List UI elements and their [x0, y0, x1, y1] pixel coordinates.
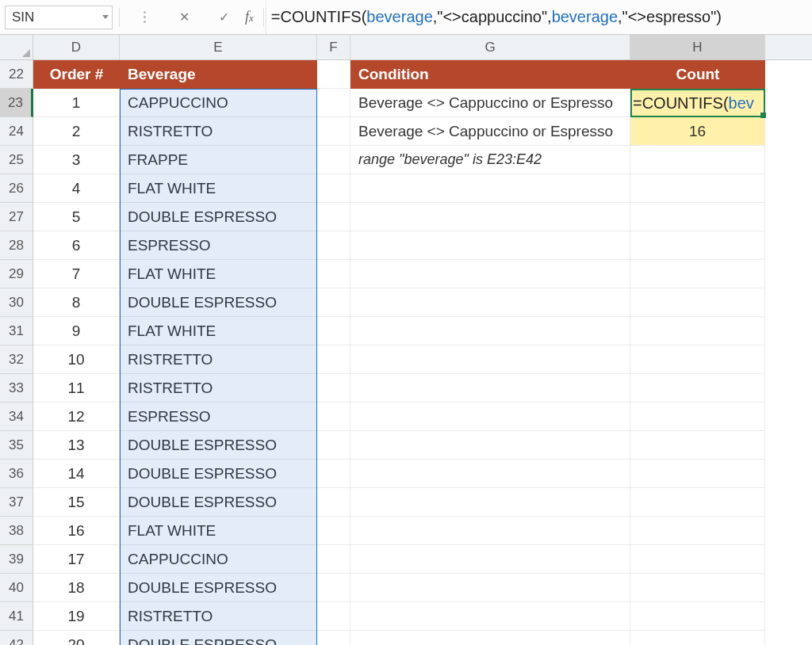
name-box[interactable]: SIN: [5, 6, 113, 29]
cancel-icon[interactable]: ✕: [164, 2, 204, 33]
cell-E23[interactable]: CAPPUCCINO: [120, 89, 317, 117]
select-all-corner[interactable]: [0, 35, 33, 59]
cell-F23[interactable]: [317, 89, 350, 117]
row-header-37[interactable]: 37: [0, 488, 33, 517]
row-header-32[interactable]: 32: [0, 345, 33, 374]
cell-D35[interactable]: 13: [33, 431, 120, 460]
table-header-row: Order # Beverage Condition Count: [33, 60, 812, 89]
name-box-dropdown-icon[interactable]: [102, 15, 109, 19]
separator: [119, 8, 120, 27]
cell-F25[interactable]: [317, 146, 350, 174]
col-header-F[interactable]: F: [317, 35, 350, 59]
cell-E40[interactable]: DOUBLE ESPRESSO: [120, 574, 317, 602]
row-header-30[interactable]: 30: [0, 288, 33, 317]
row-header-31[interactable]: 31: [0, 317, 33, 345]
cell-D36[interactable]: 14: [33, 460, 120, 488]
cell-E30[interactable]: DOUBLE ESPRESSO: [120, 288, 317, 317]
table-row: 3 FRAPPE range "beverage" is E23:E42: [33, 146, 812, 174]
cell-H26[interactable]: [630, 174, 765, 203]
cell-D38[interactable]: 16: [33, 517, 120, 545]
col-header-G[interactable]: G: [350, 35, 630, 59]
row-header-29[interactable]: 29: [0, 260, 33, 288]
cell-E28[interactable]: ESPRESSO: [120, 231, 317, 260]
cell-E36[interactable]: DOUBLE ESPRESSO: [120, 460, 317, 488]
cell-E25[interactable]: FRAPPE: [120, 146, 317, 174]
cell-E38[interactable]: FLAT WHITE: [120, 517, 317, 545]
cell-D42[interactable]: 20: [33, 631, 120, 645]
row-header-40[interactable]: 40: [0, 574, 33, 602]
col-header-H[interactable]: H: [630, 35, 765, 59]
row-header-35[interactable]: 35: [0, 431, 33, 460]
cell-G26[interactable]: [350, 174, 630, 203]
row-header-25[interactable]: 25: [0, 146, 33, 174]
fx-icon[interactable]: fx: [245, 9, 254, 25]
cell-F22[interactable]: [317, 60, 350, 89]
header-beverage[interactable]: Beverage: [120, 60, 317, 89]
cell-E29[interactable]: FLAT WHITE: [120, 260, 317, 288]
row-header-33[interactable]: 33: [0, 374, 33, 403]
cell-G24[interactable]: Beverage <> Cappuccino or Espresso: [350, 117, 630, 146]
row-header-23[interactable]: 23: [0, 89, 33, 117]
header-order[interactable]: Order #: [33, 60, 120, 89]
table-row: 15 DOUBLE ESPRESSO: [33, 488, 812, 517]
cell-D39[interactable]: 17: [33, 545, 120, 574]
table-row: 2 RISTRETTO Beverage <> Cappuccino or Es…: [33, 117, 812, 146]
formula-input[interactable]: =COUNTIFS(beverage,"<>cappuccino",bevera…: [266, 1, 812, 34]
cell-D37[interactable]: 15: [33, 488, 120, 517]
cell-D32[interactable]: 10: [33, 345, 120, 374]
cell-D41[interactable]: 19: [33, 602, 120, 631]
table-row: 13 DOUBLE ESPRESSO: [33, 431, 812, 460]
table-row: 9 FLAT WHITE: [33, 317, 812, 345]
row-header-28[interactable]: 28: [0, 231, 33, 260]
cell-D29[interactable]: 7: [33, 260, 120, 288]
table-row: 14 DOUBLE ESPRESSO: [33, 460, 812, 488]
cell-E32[interactable]: RISTRETTO: [120, 345, 317, 374]
cell-D25[interactable]: 3: [33, 146, 120, 174]
cell-E37[interactable]: DOUBLE ESPRESSO: [120, 488, 317, 517]
cell-D26[interactable]: 4: [33, 174, 120, 203]
cell-E39[interactable]: CAPPUCCINO: [120, 545, 317, 574]
cell-D28[interactable]: 6: [33, 231, 120, 260]
cell-E26[interactable]: FLAT WHITE: [120, 174, 317, 203]
cell-E41[interactable]: RISTRETTO: [120, 602, 317, 631]
row-header-26[interactable]: 26: [0, 174, 33, 203]
header-condition[interactable]: Condition: [350, 60, 630, 89]
cell-E24[interactable]: RISTRETTO: [120, 117, 317, 146]
col-header-E[interactable]: E: [120, 35, 317, 59]
cell-D33[interactable]: 11: [33, 374, 120, 403]
cell-E35[interactable]: DOUBLE ESPRESSO: [120, 431, 317, 460]
cell-D40[interactable]: 18: [33, 574, 120, 602]
header-count[interactable]: Count: [630, 60, 765, 89]
row-header-34[interactable]: 34: [0, 403, 33, 431]
cell-E34[interactable]: ESPRESSO: [120, 403, 317, 431]
cell-D27[interactable]: 5: [33, 203, 120, 231]
row-header-39[interactable]: 39: [0, 545, 33, 574]
note-cell[interactable]: range "beverage" is E23:E42: [350, 146, 630, 174]
cell-F26[interactable]: [317, 174, 350, 203]
row-header-24[interactable]: 24: [0, 117, 33, 146]
table-row: 17 CAPPUCCINO: [33, 545, 812, 574]
cell-E27[interactable]: DOUBLE ESPRESSO: [120, 203, 317, 231]
row-header-38[interactable]: 38: [0, 517, 33, 545]
cell-D30[interactable]: 8: [33, 288, 120, 317]
row-header-41[interactable]: 41: [0, 602, 33, 631]
cell-D31[interactable]: 9: [33, 317, 120, 345]
cell-H25[interactable]: [630, 146, 765, 174]
cell-E42[interactable]: DOUBLE ESPRESSO: [120, 631, 317, 645]
col-header-D[interactable]: D: [33, 35, 120, 59]
row-header-22[interactable]: 22: [0, 60, 33, 89]
row-header-42[interactable]: 42: [0, 631, 33, 645]
row-header-27[interactable]: 27: [0, 203, 33, 231]
cell-E31[interactable]: FLAT WHITE: [120, 317, 317, 345]
cell-H24[interactable]: 16: [630, 117, 765, 146]
enter-icon[interactable]: ✓: [204, 2, 243, 33]
cell-D34[interactable]: 12: [33, 403, 120, 431]
more-icon[interactable]: [124, 2, 164, 33]
cells-area: =COUNTIFS(bev Order # Beverage Condition…: [33, 60, 812, 645]
row-header-36[interactable]: 36: [0, 460, 33, 488]
cell-F24[interactable]: [317, 117, 350, 146]
cell-G23[interactable]: Beverage <> Cappuccino or Espresso: [350, 89, 630, 117]
cell-D23[interactable]: 1: [33, 89, 120, 117]
cell-E33[interactable]: RISTRETTO: [120, 374, 317, 403]
cell-D24[interactable]: 2: [33, 117, 120, 146]
